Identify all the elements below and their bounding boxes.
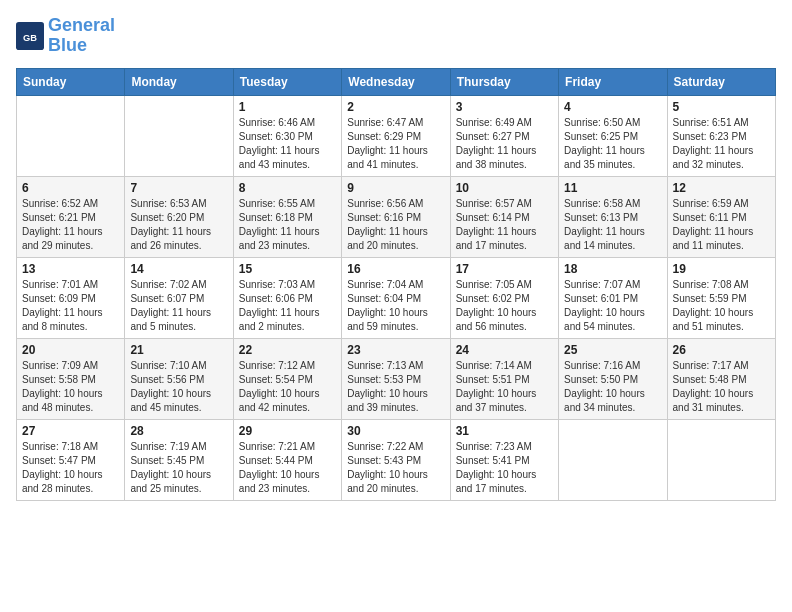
weekday-header-monday: Monday <box>125 68 233 95</box>
day-info: Sunrise: 7:16 AM Sunset: 5:50 PM Dayligh… <box>564 359 661 415</box>
day-number: 14 <box>130 262 227 276</box>
page-header: GB General Blue <box>16 16 776 56</box>
weekday-header-wednesday: Wednesday <box>342 68 450 95</box>
calendar-table: SundayMondayTuesdayWednesdayThursdayFrid… <box>16 68 776 501</box>
logo: GB General Blue <box>16 16 115 56</box>
weekday-header-sunday: Sunday <box>17 68 125 95</box>
day-info: Sunrise: 7:18 AM Sunset: 5:47 PM Dayligh… <box>22 440 119 496</box>
calendar-cell: 11 Sunrise: 6:58 AM Sunset: 6:13 PM Dayl… <box>559 176 667 257</box>
day-number: 26 <box>673 343 770 357</box>
calendar-cell: 24 Sunrise: 7:14 AM Sunset: 5:51 PM Dayl… <box>450 338 558 419</box>
day-info: Sunrise: 7:23 AM Sunset: 5:41 PM Dayligh… <box>456 440 553 496</box>
day-info: Sunrise: 7:19 AM Sunset: 5:45 PM Dayligh… <box>130 440 227 496</box>
calendar-header: SundayMondayTuesdayWednesdayThursdayFrid… <box>17 68 776 95</box>
logo-icon: GB <box>16 22 44 50</box>
calendar-cell: 2 Sunrise: 6:47 AM Sunset: 6:29 PM Dayli… <box>342 95 450 176</box>
day-number: 17 <box>456 262 553 276</box>
day-number: 8 <box>239 181 336 195</box>
day-info: Sunrise: 6:53 AM Sunset: 6:20 PM Dayligh… <box>130 197 227 253</box>
day-info: Sunrise: 7:02 AM Sunset: 6:07 PM Dayligh… <box>130 278 227 334</box>
day-number: 27 <box>22 424 119 438</box>
calendar-cell <box>559 419 667 500</box>
day-number: 3 <box>456 100 553 114</box>
calendar-cell: 13 Sunrise: 7:01 AM Sunset: 6:09 PM Dayl… <box>17 257 125 338</box>
day-number: 28 <box>130 424 227 438</box>
calendar-week-3: 13 Sunrise: 7:01 AM Sunset: 6:09 PM Dayl… <box>17 257 776 338</box>
day-info: Sunrise: 6:47 AM Sunset: 6:29 PM Dayligh… <box>347 116 444 172</box>
day-number: 23 <box>347 343 444 357</box>
calendar-cell: 19 Sunrise: 7:08 AM Sunset: 5:59 PM Dayl… <box>667 257 775 338</box>
svg-text:GB: GB <box>23 32 37 42</box>
calendar-cell: 9 Sunrise: 6:56 AM Sunset: 6:16 PM Dayli… <box>342 176 450 257</box>
day-info: Sunrise: 6:52 AM Sunset: 6:21 PM Dayligh… <box>22 197 119 253</box>
day-info: Sunrise: 6:56 AM Sunset: 6:16 PM Dayligh… <box>347 197 444 253</box>
day-info: Sunrise: 6:55 AM Sunset: 6:18 PM Dayligh… <box>239 197 336 253</box>
weekday-header-friday: Friday <box>559 68 667 95</box>
day-number: 20 <box>22 343 119 357</box>
calendar-cell <box>667 419 775 500</box>
calendar-cell: 17 Sunrise: 7:05 AM Sunset: 6:02 PM Dayl… <box>450 257 558 338</box>
calendar-cell: 7 Sunrise: 6:53 AM Sunset: 6:20 PM Dayli… <box>125 176 233 257</box>
day-number: 31 <box>456 424 553 438</box>
day-number: 9 <box>347 181 444 195</box>
calendar-body: 1 Sunrise: 6:46 AM Sunset: 6:30 PM Dayli… <box>17 95 776 500</box>
weekday-header-tuesday: Tuesday <box>233 68 341 95</box>
day-info: Sunrise: 7:14 AM Sunset: 5:51 PM Dayligh… <box>456 359 553 415</box>
calendar-cell: 27 Sunrise: 7:18 AM Sunset: 5:47 PM Dayl… <box>17 419 125 500</box>
day-info: Sunrise: 6:58 AM Sunset: 6:13 PM Dayligh… <box>564 197 661 253</box>
calendar-cell: 22 Sunrise: 7:12 AM Sunset: 5:54 PM Dayl… <box>233 338 341 419</box>
calendar-week-5: 27 Sunrise: 7:18 AM Sunset: 5:47 PM Dayl… <box>17 419 776 500</box>
calendar-cell: 23 Sunrise: 7:13 AM Sunset: 5:53 PM Dayl… <box>342 338 450 419</box>
day-number: 6 <box>22 181 119 195</box>
day-info: Sunrise: 7:13 AM Sunset: 5:53 PM Dayligh… <box>347 359 444 415</box>
day-number: 12 <box>673 181 770 195</box>
weekday-row: SundayMondayTuesdayWednesdayThursdayFrid… <box>17 68 776 95</box>
day-number: 24 <box>456 343 553 357</box>
day-number: 2 <box>347 100 444 114</box>
day-info: Sunrise: 7:05 AM Sunset: 6:02 PM Dayligh… <box>456 278 553 334</box>
calendar-cell: 12 Sunrise: 6:59 AM Sunset: 6:11 PM Dayl… <box>667 176 775 257</box>
day-info: Sunrise: 7:04 AM Sunset: 6:04 PM Dayligh… <box>347 278 444 334</box>
day-number: 16 <box>347 262 444 276</box>
day-number: 4 <box>564 100 661 114</box>
calendar-cell: 10 Sunrise: 6:57 AM Sunset: 6:14 PM Dayl… <box>450 176 558 257</box>
calendar-cell: 3 Sunrise: 6:49 AM Sunset: 6:27 PM Dayli… <box>450 95 558 176</box>
day-number: 10 <box>456 181 553 195</box>
day-info: Sunrise: 7:09 AM Sunset: 5:58 PM Dayligh… <box>22 359 119 415</box>
calendar-cell: 5 Sunrise: 6:51 AM Sunset: 6:23 PM Dayli… <box>667 95 775 176</box>
day-info: Sunrise: 7:10 AM Sunset: 5:56 PM Dayligh… <box>130 359 227 415</box>
day-number: 7 <box>130 181 227 195</box>
calendar-cell: 21 Sunrise: 7:10 AM Sunset: 5:56 PM Dayl… <box>125 338 233 419</box>
day-number: 5 <box>673 100 770 114</box>
calendar-cell: 29 Sunrise: 7:21 AM Sunset: 5:44 PM Dayl… <box>233 419 341 500</box>
day-number: 21 <box>130 343 227 357</box>
day-number: 19 <box>673 262 770 276</box>
weekday-header-saturday: Saturday <box>667 68 775 95</box>
calendar-cell: 31 Sunrise: 7:23 AM Sunset: 5:41 PM Dayl… <box>450 419 558 500</box>
day-number: 15 <box>239 262 336 276</box>
calendar-cell: 6 Sunrise: 6:52 AM Sunset: 6:21 PM Dayli… <box>17 176 125 257</box>
calendar-cell: 28 Sunrise: 7:19 AM Sunset: 5:45 PM Dayl… <box>125 419 233 500</box>
calendar-week-2: 6 Sunrise: 6:52 AM Sunset: 6:21 PM Dayli… <box>17 176 776 257</box>
day-number: 25 <box>564 343 661 357</box>
weekday-header-thursday: Thursday <box>450 68 558 95</box>
day-info: Sunrise: 7:08 AM Sunset: 5:59 PM Dayligh… <box>673 278 770 334</box>
day-info: Sunrise: 7:17 AM Sunset: 5:48 PM Dayligh… <box>673 359 770 415</box>
day-info: Sunrise: 7:22 AM Sunset: 5:43 PM Dayligh… <box>347 440 444 496</box>
day-number: 1 <box>239 100 336 114</box>
day-info: Sunrise: 6:50 AM Sunset: 6:25 PM Dayligh… <box>564 116 661 172</box>
day-number: 29 <box>239 424 336 438</box>
calendar-cell: 15 Sunrise: 7:03 AM Sunset: 6:06 PM Dayl… <box>233 257 341 338</box>
calendar-cell: 30 Sunrise: 7:22 AM Sunset: 5:43 PM Dayl… <box>342 419 450 500</box>
calendar-week-1: 1 Sunrise: 6:46 AM Sunset: 6:30 PM Dayli… <box>17 95 776 176</box>
calendar-cell: 26 Sunrise: 7:17 AM Sunset: 5:48 PM Dayl… <box>667 338 775 419</box>
day-info: Sunrise: 6:51 AM Sunset: 6:23 PM Dayligh… <box>673 116 770 172</box>
calendar-cell: 14 Sunrise: 7:02 AM Sunset: 6:07 PM Dayl… <box>125 257 233 338</box>
day-info: Sunrise: 7:01 AM Sunset: 6:09 PM Dayligh… <box>22 278 119 334</box>
day-number: 18 <box>564 262 661 276</box>
calendar-cell <box>17 95 125 176</box>
calendar-cell: 1 Sunrise: 6:46 AM Sunset: 6:30 PM Dayli… <box>233 95 341 176</box>
day-number: 11 <box>564 181 661 195</box>
day-number: 13 <box>22 262 119 276</box>
calendar-week-4: 20 Sunrise: 7:09 AM Sunset: 5:58 PM Dayl… <box>17 338 776 419</box>
